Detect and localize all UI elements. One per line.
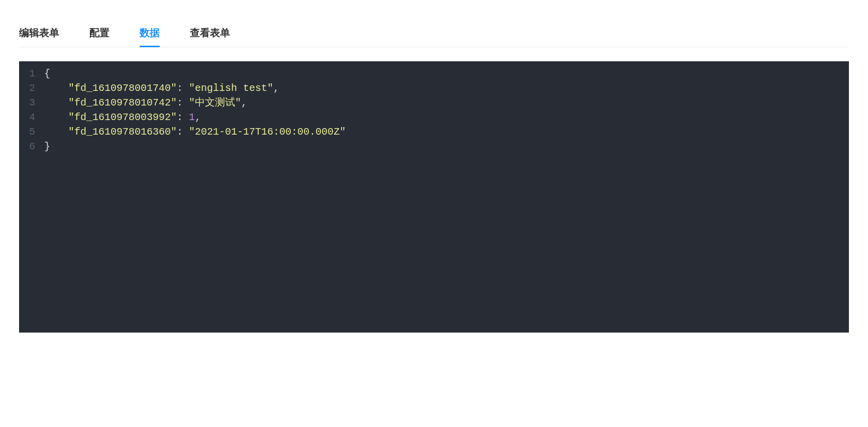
token-key: "fd_1610978016360" [68, 126, 177, 138]
tab-view-form[interactable]: 查看表单 [190, 20, 230, 47]
token-punct: : [177, 82, 189, 94]
token-punct [44, 126, 68, 138]
line-number: 1 [19, 66, 44, 81]
line-number: 3 [19, 95, 44, 110]
code-line: 6} [19, 139, 849, 154]
code-line: 5 "fd_1610978016360": "2021-01-17T16:00:… [19, 125, 849, 139]
line-number: 4 [19, 110, 44, 125]
token-punct: : [177, 97, 189, 109]
token-punct [44, 82, 68, 94]
line-content: "fd_1610978016360": "2021-01-17T16:00:00… [44, 125, 346, 139]
line-content: } [44, 139, 50, 154]
token-punct: , [195, 112, 201, 123]
token-punct: { [44, 68, 50, 79]
line-content: { [44, 66, 50, 81]
json-code-viewer: 1{2 "fd_1610978001740": "english test",3… [19, 61, 849, 333]
token-key: "fd_1610978010742" [68, 97, 177, 109]
token-punct: : [177, 112, 189, 123]
line-number: 6 [19, 139, 44, 154]
token-string: "2021-01-17T16:00:00.000Z" [189, 126, 346, 138]
code-line: 2 "fd_1610978001740": "english test", [19, 81, 849, 95]
token-punct: , [273, 82, 279, 94]
line-number: 2 [19, 81, 44, 95]
line-number: 5 [19, 125, 44, 139]
tab-config[interactable]: 配置 [89, 20, 110, 47]
token-punct [44, 112, 68, 123]
code-line: 1{ [19, 66, 849, 81]
tab-bar: 编辑表单 配置 数据 查看表单 [19, 20, 849, 47]
token-punct: , [241, 97, 247, 109]
line-content: "fd_1610978010742": "中文测试", [44, 95, 247, 110]
token-key: "fd_1610978003992" [68, 112, 177, 123]
code-line: 4 "fd_1610978003992": 1, [19, 110, 849, 125]
token-string: "中文测试" [189, 97, 241, 109]
token-key: "fd_1610978001740" [68, 82, 177, 94]
line-content: "fd_1610978001740": "english test", [44, 81, 279, 95]
line-content: "fd_1610978003992": 1, [44, 110, 201, 125]
token-punct: } [44, 141, 50, 152]
tab-edit-form[interactable]: 编辑表单 [19, 20, 59, 47]
token-punct: : [177, 126, 189, 138]
token-string: "english test" [189, 82, 273, 94]
code-line: 3 "fd_1610978010742": "中文测试", [19, 95, 849, 110]
tab-data[interactable]: 数据 [140, 20, 160, 47]
token-punct [44, 97, 68, 109]
token-number: 1 [189, 112, 195, 123]
